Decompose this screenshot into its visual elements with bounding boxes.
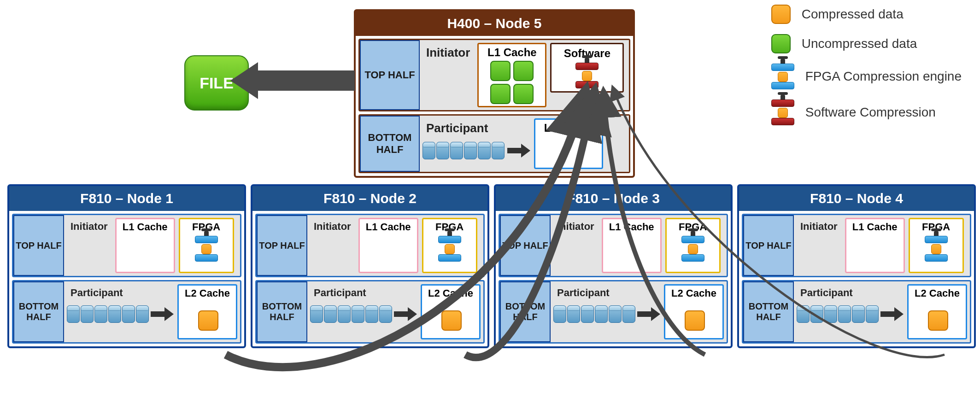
h400-bottom-section: BOTTOM HALF Participant L2 Ca — [358, 114, 630, 173]
disk-row — [553, 305, 635, 323]
file-badge: FILE — [184, 55, 249, 111]
l1-cache-box: L1 Cache — [602, 218, 662, 273]
l1-cache-title: L1 Cache — [603, 219, 660, 235]
fpga-clamp-icon — [195, 236, 218, 262]
participant-label: Participant — [797, 284, 904, 302]
legend: Compressed data Uncompressed data FPGA C… — [771, 5, 962, 125]
node-top-body: Initiator L1 Cache FPGA — [551, 215, 727, 276]
disk-icon — [108, 305, 121, 323]
node-bottom-section: BOTTOM HALF Participant L2 Cache — [499, 280, 728, 344]
fpga-clamp-icon — [925, 236, 948, 262]
uncompressed-data-icon — [490, 84, 511, 104]
bottom-half-label: BOTTOM HALF — [360, 116, 420, 172]
node-title: F810 – Node 4 — [739, 186, 974, 211]
participant-label: Participant — [67, 284, 174, 302]
disk-icon — [581, 305, 594, 323]
disk-icon — [338, 305, 351, 323]
top-half-label: TOP HALF — [743, 215, 794, 276]
disk-icon — [797, 305, 810, 323]
legend-label: Compressed data — [802, 7, 904, 22]
node-top-section: TOP HALF Initiator L1 Cache FPGA — [742, 214, 971, 277]
disk-row — [797, 305, 879, 323]
initiator-label: Initiator — [67, 218, 111, 235]
node-bottom-body: Participant L2 Cache — [307, 281, 483, 342]
top-half-label: TOP HALF — [13, 215, 64, 276]
uncompressed-chips — [481, 59, 543, 104]
disk-icon — [866, 305, 879, 323]
l2-cache-box: L2 Cache — [421, 284, 481, 339]
l2-cache-box: L2 Cache — [664, 284, 724, 339]
bottom-half-label: BOTTOM HALF — [13, 281, 64, 342]
l1-cache-box: L1 Cache — [358, 218, 418, 273]
node-bottom-section: BOTTOM HALF Participant L2 Cache — [255, 280, 485, 344]
node-bottom-body: Participant L2 Cache — [794, 281, 970, 342]
node-title: F810 – Node 3 — [496, 186, 731, 211]
participant-label: Participant — [423, 118, 530, 138]
l2-cache-box: L2 Cache — [907, 284, 967, 339]
initiator-label: Initiator — [553, 218, 598, 235]
initiator-label: Initiator — [797, 218, 841, 235]
legend-label: Uncompressed data — [802, 36, 917, 51]
disk-icon — [136, 305, 149, 323]
arrow-right-icon — [394, 307, 417, 321]
compressed-data-icon — [928, 310, 948, 331]
f810-node-4: F810 – Node 4 TOP HALF Initiator L1 Cach… — [737, 184, 976, 348]
node-bottom-section: BOTTOM HALF Participant L2 Cache — [742, 280, 971, 344]
disk-icon — [310, 305, 323, 323]
disk-icon — [609, 305, 622, 323]
bottom-half-label: BOTTOM HALF — [500, 281, 551, 342]
compressed-data-icon — [441, 310, 462, 331]
l2-cache-box: L2 Cache — [534, 118, 603, 169]
node-bottom-body: Participant L2 Cache — [64, 281, 240, 342]
node-top-body: Initiator L1 Cache FPGA — [307, 215, 483, 276]
disk-icon — [122, 305, 135, 323]
l2-cache-title: L2 Cache — [535, 120, 602, 136]
legend-row-uncompressed: Uncompressed data — [771, 34, 962, 53]
disk-icon — [94, 305, 107, 323]
f810-node-1: F810 – Node 1 TOP HALF Initiator L1 Cach… — [7, 184, 246, 348]
l1-cache-title: L1 Cache — [481, 46, 543, 59]
node-top-section: TOP HALF Initiator L1 Cache FPGA — [255, 214, 485, 277]
node-bottom-section: BOTTOM HALF Participant L2 Cache — [12, 280, 241, 344]
fpga-box: FPGA — [665, 218, 721, 273]
legend-row-fpga: FPGA Compression engine — [771, 64, 962, 89]
arrow-right-icon — [507, 144, 530, 158]
disk-icon — [622, 305, 635, 323]
node-top-section: TOP HALF Initiator L1 Cache FPGA — [499, 214, 728, 277]
fpga-clamp-icon — [681, 236, 704, 262]
legend-label: FPGA Compression engine — [805, 69, 962, 84]
l2-cache-title: L2 Cache — [179, 286, 236, 301]
disk-icon — [379, 305, 392, 323]
initiator-label: Initiator — [423, 43, 474, 63]
fpga-box: FPGA — [179, 218, 234, 273]
l2-cache-title: L2 Cache — [665, 286, 722, 301]
uncompressed-data-icon — [513, 61, 534, 81]
file-label: FILE — [200, 74, 234, 92]
l1-cache-title: L1 Cache — [360, 219, 417, 235]
l1-cache-title: L1 Cache — [117, 219, 174, 235]
fpga-clamp-icon — [438, 236, 461, 262]
disk-icon — [365, 305, 378, 323]
l2-cache-title: L2 Cache — [909, 286, 966, 301]
disk-icon — [824, 305, 837, 323]
l2-cache-box: L2 Cache — [177, 284, 237, 339]
disk-icon — [67, 305, 80, 323]
arrow-right-icon — [880, 307, 904, 321]
node-top-section: TOP HALF Initiator L1 Cache FPGA — [12, 214, 241, 277]
software-clamp-icon — [575, 63, 599, 88]
node-title: F810 – Node 1 — [9, 186, 244, 211]
l1-cache-box: L1 Cache — [477, 43, 546, 107]
disk-row — [67, 305, 149, 323]
participant-label: Participant — [310, 284, 417, 302]
h400-title: H400 – Node 5 — [356, 11, 633, 36]
disk-icon — [450, 142, 463, 159]
nodes-row: F810 – Node 1 TOP HALF Initiator L1 Cach… — [7, 184, 973, 348]
disk-icon — [852, 305, 865, 323]
fpga-box: FPGA — [909, 218, 964, 273]
disk-icon — [492, 142, 505, 159]
legend-row-compressed: Compressed data — [771, 5, 962, 24]
l1-cache-title: L1 Cache — [846, 219, 904, 235]
disk-row — [310, 305, 392, 323]
disk-icon — [567, 305, 580, 323]
arrow-right-icon — [151, 307, 174, 321]
